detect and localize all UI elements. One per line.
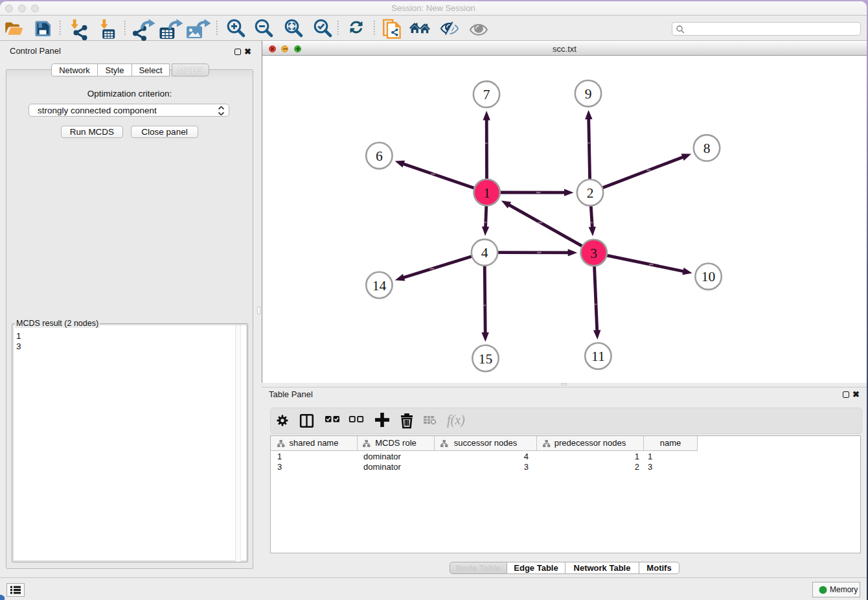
svg-text:2: 2 [587, 185, 594, 201]
svg-text:6: 6 [376, 148, 383, 164]
svg-text:9: 9 [585, 86, 592, 102]
svg-text:1: 1 [483, 185, 490, 201]
svg-text:7: 7 [483, 87, 490, 102]
svg-text:8: 8 [703, 141, 711, 156]
svg-text:15: 15 [479, 351, 493, 367]
svg-text:11: 11 [591, 349, 605, 364]
svg-text:f(x): f(x) [447, 413, 465, 428]
svg-text:10: 10 [702, 269, 716, 284]
svg-text:14: 14 [372, 278, 387, 294]
svg-text:4: 4 [481, 245, 488, 260]
svg-text:3: 3 [590, 246, 597, 261]
